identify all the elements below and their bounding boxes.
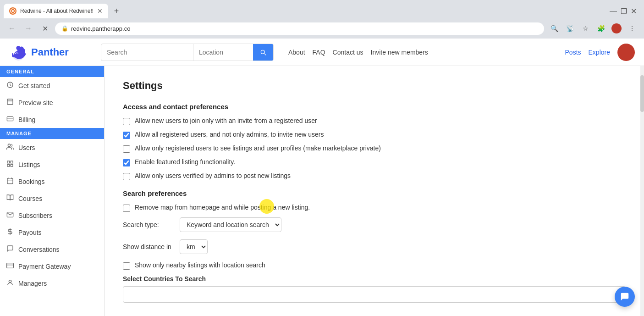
listings-icon xyxy=(6,160,14,169)
all-users-invite-checkbox[interactable] xyxy=(123,132,130,139)
sidebar-item-bookings[interactable]: Bookings xyxy=(0,173,104,190)
close-button[interactable]: ✕ xyxy=(631,7,637,16)
header-right: Posts Explore xyxy=(565,44,635,61)
sidebar-item-billing[interactable]: Billing xyxy=(0,111,104,128)
sidebar-item-payouts[interactable]: Payouts xyxy=(0,224,104,241)
access-section-title: Access and contact preferences xyxy=(123,103,626,111)
payouts-icon xyxy=(6,228,14,237)
nearby-only-label: Show only nearby listings with location … xyxy=(135,261,265,269)
security-icon: 🔒 xyxy=(61,25,68,32)
tab-close-button[interactable]: ✕ xyxy=(97,7,103,15)
posts-link[interactable]: Posts xyxy=(565,49,581,56)
distance-select[interactable]: km mi xyxy=(180,239,208,254)
nav-link-invite[interactable]: Invite new members xyxy=(371,49,428,56)
minimize-button[interactable]: — xyxy=(610,7,617,16)
subscribers-icon xyxy=(6,211,14,220)
sidebar-item-preview-site[interactable]: Preview site xyxy=(0,94,104,111)
cast-button[interactable]: 📡 xyxy=(563,22,576,35)
distance-label: Show distance in xyxy=(123,243,173,250)
address-bar[interactable]: 🔒 redvine.pantherapp.co xyxy=(55,22,544,35)
checkbox-row-verified-only: Allow only users verified by admins to p… xyxy=(123,172,626,180)
svg-rect-13 xyxy=(7,263,14,268)
featured-listing-checkbox[interactable] xyxy=(123,159,130,166)
manage-section-label: MANAGE xyxy=(0,128,104,139)
nav-link-contact[interactable]: Contact us xyxy=(333,49,363,56)
svg-point-15 xyxy=(9,280,11,283)
search-button[interactable] xyxy=(253,44,273,61)
sidebar-item-subscribers[interactable]: Subscribers xyxy=(0,207,104,224)
scrollbar-thumb[interactable] xyxy=(640,75,644,112)
nav-link-about[interactable]: About xyxy=(288,49,305,56)
profile-button[interactable] xyxy=(610,22,623,35)
bookmark-button[interactable]: ☆ xyxy=(579,22,592,35)
search-bar xyxy=(101,44,274,61)
zoom-button[interactable]: 🔍 xyxy=(548,22,561,35)
payment-gateway-label: Payment Gateway xyxy=(18,263,71,270)
user-avatar[interactable] xyxy=(617,44,635,61)
verified-only-checkbox[interactable] xyxy=(123,173,130,180)
countries-input[interactable] xyxy=(123,286,626,303)
app-header: Panther About FAQ Contact us Invite new … xyxy=(0,39,644,66)
location-input[interactable] xyxy=(193,49,253,56)
search-type-select[interactable]: Keyword and location search Keyword sear… xyxy=(180,217,281,232)
svg-rect-11 xyxy=(7,178,13,184)
explore-link[interactable]: Explore xyxy=(589,49,610,56)
back-button[interactable]: ← xyxy=(6,22,18,35)
listings-label: Listings xyxy=(18,161,40,168)
sidebar-item-listings[interactable]: Listings xyxy=(0,156,104,173)
svg-point-6 xyxy=(8,144,10,146)
search-input[interactable] xyxy=(101,49,193,56)
sidebar-item-get-started[interactable]: Get started xyxy=(0,77,104,94)
verified-only-label: Allow only users verified by admins to p… xyxy=(135,172,291,179)
svg-rect-5 xyxy=(7,116,13,121)
distance-row: Show distance in km mi xyxy=(123,239,626,254)
main-nav: About FAQ Contact us Invite new members xyxy=(288,49,428,56)
sidebar-item-courses[interactable]: Courses xyxy=(0,190,104,207)
nearby-only-checkbox[interactable] xyxy=(123,262,130,270)
svg-rect-10 xyxy=(11,164,13,166)
maximize-button[interactable]: ❐ xyxy=(621,7,627,16)
invite-only-label: Allow new users to join only with an inv… xyxy=(135,117,317,124)
new-tab-button[interactable]: + xyxy=(110,5,123,17)
billing-label: Billing xyxy=(18,116,35,123)
menu-button[interactable]: ⋮ xyxy=(626,22,638,35)
svg-point-2 xyxy=(16,50,17,51)
chat-float-button[interactable] xyxy=(615,287,635,307)
nav-link-faq[interactable]: FAQ xyxy=(313,49,325,56)
conversations-icon xyxy=(6,245,14,254)
remove-map-label: Remove map from homepage and while posti… xyxy=(135,204,310,211)
page-title: Settings xyxy=(123,80,626,92)
sidebar-item-conversations[interactable]: Conversations xyxy=(0,241,104,258)
extension-button[interactable]: 🧩 xyxy=(594,22,607,35)
url-text: redvine.pantherapp.co xyxy=(71,25,130,32)
general-section-label: GENERAL xyxy=(0,66,104,77)
sidebar-item-payment-gateway[interactable]: Payment Gateway xyxy=(0,258,104,275)
access-section: Access and contact preferences Allow new… xyxy=(123,103,626,180)
preview-site-icon xyxy=(6,98,14,107)
sidebar-item-users[interactable]: Users xyxy=(0,139,104,156)
forward-button[interactable]: → xyxy=(22,22,35,35)
managers-icon xyxy=(6,279,14,288)
sidebar-item-managers[interactable]: Managers xyxy=(0,275,104,292)
checkbox-row-invite-only: Allow new users to join only with an inv… xyxy=(123,117,626,125)
logo-icon xyxy=(9,43,28,61)
checkbox-row-private-marketplace: Allow only registered users to see listi… xyxy=(123,144,626,153)
search-type-label: Search type: xyxy=(123,221,173,228)
users-icon xyxy=(6,143,14,152)
tab-title: Redwine - All about Redwine!! xyxy=(20,8,94,14)
courses-icon xyxy=(6,194,14,203)
invite-only-checkbox[interactable] xyxy=(123,118,130,125)
scrollbar-track[interactable] xyxy=(640,66,644,316)
private-marketplace-checkbox[interactable] xyxy=(123,145,130,153)
browser-tab[interactable]: Redwine - All about Redwine!! ✕ xyxy=(4,4,108,18)
remove-map-checkbox[interactable] xyxy=(123,205,130,212)
search-section: Search preferences Remove map from homep… xyxy=(123,189,626,303)
svg-rect-8 xyxy=(11,161,13,163)
checkbox-row-nearby: Show only nearby listings with location … xyxy=(123,261,626,270)
checkbox-row-all-users-invite: Allow all registered users, and not only… xyxy=(123,131,626,139)
main-layout: GENERAL Get started Preview site Billing xyxy=(0,66,644,316)
reload-button[interactable]: ✕ xyxy=(39,22,51,35)
get-started-label: Get started xyxy=(18,82,50,89)
bookings-label: Bookings xyxy=(18,178,45,185)
payouts-label: Payouts xyxy=(18,229,42,236)
